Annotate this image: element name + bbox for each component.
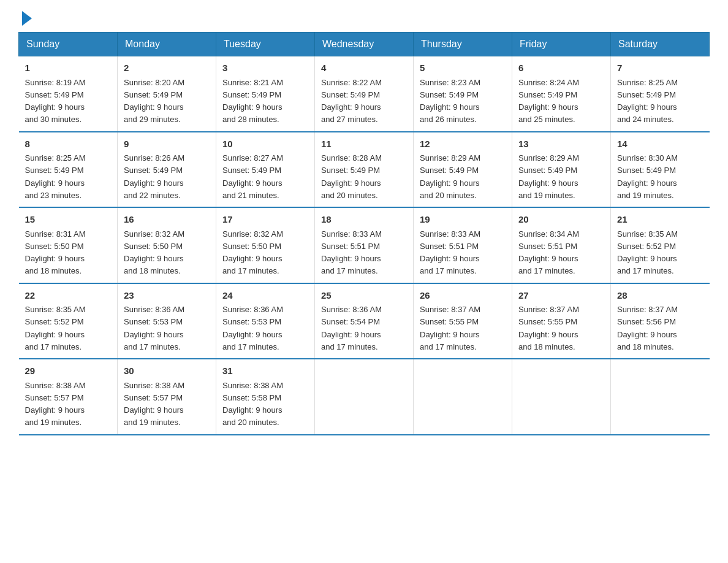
calendar-day-cell: 8 Sunrise: 8:25 AMSunset: 5:49 PMDayligh… bbox=[19, 132, 118, 208]
calendar-day-cell: 15 Sunrise: 8:31 AMSunset: 5:50 PMDaylig… bbox=[19, 207, 118, 283]
days-of-week-row: SundayMondayTuesdayWednesdayThursdayFrid… bbox=[19, 33, 710, 56]
day-info: Sunrise: 8:34 AMSunset: 5:51 PMDaylight:… bbox=[518, 229, 579, 276]
day-number: 10 bbox=[222, 137, 308, 151]
day-info: Sunrise: 8:37 AMSunset: 5:55 PMDaylight:… bbox=[420, 305, 480, 351]
day-info: Sunrise: 8:25 AMSunset: 5:49 PMDaylight:… bbox=[617, 78, 678, 124]
calendar-day-cell: 9 Sunrise: 8:26 AMSunset: 5:49 PMDayligh… bbox=[118, 132, 216, 208]
calendar-day-cell: 12 Sunrise: 8:29 AMSunset: 5:49 PMDaylig… bbox=[414, 132, 512, 208]
calendar-week-row: 29 Sunrise: 8:38 AMSunset: 5:57 PMDaylig… bbox=[19, 359, 710, 435]
day-number: 6 bbox=[518, 61, 604, 75]
calendar-day-cell bbox=[512, 359, 611, 435]
day-of-week-header: Wednesday bbox=[315, 33, 414, 56]
day-number: 18 bbox=[321, 213, 407, 227]
calendar-day-cell: 5 Sunrise: 8:23 AMSunset: 5:49 PMDayligh… bbox=[414, 56, 512, 132]
calendar-day-cell: 30 Sunrise: 8:38 AMSunset: 5:57 PMDaylig… bbox=[118, 359, 216, 435]
calendar-week-row: 15 Sunrise: 8:31 AMSunset: 5:50 PMDaylig… bbox=[19, 207, 710, 283]
calendar-day-cell: 13 Sunrise: 8:29 AMSunset: 5:49 PMDaylig… bbox=[512, 132, 611, 208]
day-info: Sunrise: 8:28 AMSunset: 5:49 PMDaylight:… bbox=[321, 153, 382, 200]
calendar-day-cell: 4 Sunrise: 8:22 AMSunset: 5:49 PMDayligh… bbox=[315, 56, 414, 132]
calendar-day-cell bbox=[414, 359, 512, 435]
day-number: 29 bbox=[25, 364, 112, 378]
calendar-day-cell: 21 Sunrise: 8:35 AMSunset: 5:52 PMDaylig… bbox=[611, 207, 710, 283]
calendar-day-cell: 10 Sunrise: 8:27 AMSunset: 5:49 PMDaylig… bbox=[216, 132, 315, 208]
day-info: Sunrise: 8:38 AMSunset: 5:57 PMDaylight:… bbox=[124, 381, 184, 427]
day-number: 12 bbox=[420, 137, 506, 151]
day-number: 31 bbox=[222, 364, 308, 378]
day-info: Sunrise: 8:27 AMSunset: 5:49 PMDaylight:… bbox=[222, 153, 283, 200]
day-number: 3 bbox=[222, 61, 308, 75]
day-info: Sunrise: 8:25 AMSunset: 5:49 PMDaylight:… bbox=[25, 153, 86, 200]
calendar-day-cell bbox=[611, 359, 710, 435]
day-of-week-header: Friday bbox=[512, 33, 611, 56]
day-of-week-header: Saturday bbox=[611, 33, 710, 56]
day-info: Sunrise: 8:33 AMSunset: 5:51 PMDaylight:… bbox=[321, 229, 382, 276]
logo bbox=[18, 12, 32, 26]
day-of-week-header: Sunday bbox=[19, 33, 118, 56]
day-number: 16 bbox=[124, 213, 210, 227]
day-info: Sunrise: 8:38 AMSunset: 5:58 PMDaylight:… bbox=[222, 381, 283, 427]
day-number: 4 bbox=[321, 61, 407, 75]
day-of-week-header: Monday bbox=[118, 33, 216, 56]
day-of-week-header: Tuesday bbox=[216, 33, 315, 56]
day-number: 13 bbox=[518, 137, 604, 151]
day-number: 15 bbox=[25, 213, 112, 227]
day-info: Sunrise: 8:29 AMSunset: 5:49 PMDaylight:… bbox=[420, 153, 480, 200]
calendar-body: 1 Sunrise: 8:19 AMSunset: 5:49 PMDayligh… bbox=[19, 56, 710, 435]
day-info: Sunrise: 8:20 AMSunset: 5:49 PMDaylight:… bbox=[124, 78, 184, 124]
calendar-day-cell: 22 Sunrise: 8:35 AMSunset: 5:52 PMDaylig… bbox=[19, 283, 118, 359]
day-of-week-header: Thursday bbox=[414, 33, 512, 56]
day-info: Sunrise: 8:37 AMSunset: 5:56 PMDaylight:… bbox=[617, 305, 678, 351]
calendar-week-row: 1 Sunrise: 8:19 AMSunset: 5:49 PMDayligh… bbox=[19, 56, 710, 132]
day-number: 9 bbox=[124, 137, 210, 151]
calendar-day-cell: 11 Sunrise: 8:28 AMSunset: 5:49 PMDaylig… bbox=[315, 132, 414, 208]
day-info: Sunrise: 8:21 AMSunset: 5:49 PMDaylight:… bbox=[222, 78, 283, 124]
day-info: Sunrise: 8:19 AMSunset: 5:49 PMDaylight:… bbox=[25, 78, 86, 124]
calendar-day-cell: 17 Sunrise: 8:32 AMSunset: 5:50 PMDaylig… bbox=[216, 207, 315, 283]
calendar-day-cell: 31 Sunrise: 8:38 AMSunset: 5:58 PMDaylig… bbox=[216, 359, 315, 435]
calendar-header: SundayMondayTuesdayWednesdayThursdayFrid… bbox=[19, 33, 710, 56]
calendar-day-cell: 2 Sunrise: 8:20 AMSunset: 5:49 PMDayligh… bbox=[118, 56, 216, 132]
day-number: 1 bbox=[25, 61, 112, 75]
day-number: 14 bbox=[617, 137, 703, 151]
day-number: 22 bbox=[25, 289, 112, 303]
calendar-day-cell bbox=[315, 359, 414, 435]
day-number: 27 bbox=[518, 289, 604, 303]
calendar-day-cell: 27 Sunrise: 8:37 AMSunset: 5:55 PMDaylig… bbox=[512, 283, 611, 359]
calendar-day-cell: 20 Sunrise: 8:34 AMSunset: 5:51 PMDaylig… bbox=[512, 207, 611, 283]
day-info: Sunrise: 8:36 AMSunset: 5:53 PMDaylight:… bbox=[222, 305, 283, 351]
calendar-day-cell: 23 Sunrise: 8:36 AMSunset: 5:53 PMDaylig… bbox=[118, 283, 216, 359]
day-info: Sunrise: 8:37 AMSunset: 5:55 PMDaylight:… bbox=[518, 305, 579, 351]
day-info: Sunrise: 8:36 AMSunset: 5:53 PMDaylight:… bbox=[124, 305, 184, 351]
calendar-day-cell: 19 Sunrise: 8:33 AMSunset: 5:51 PMDaylig… bbox=[414, 207, 512, 283]
calendar-day-cell: 16 Sunrise: 8:32 AMSunset: 5:50 PMDaylig… bbox=[118, 207, 216, 283]
day-number: 21 bbox=[617, 213, 703, 227]
day-number: 26 bbox=[420, 289, 506, 303]
calendar-day-cell: 18 Sunrise: 8:33 AMSunset: 5:51 PMDaylig… bbox=[315, 207, 414, 283]
page-header bbox=[18, 12, 710, 26]
day-number: 11 bbox=[321, 137, 407, 151]
day-number: 23 bbox=[124, 289, 210, 303]
day-number: 5 bbox=[420, 61, 506, 75]
day-info: Sunrise: 8:33 AMSunset: 5:51 PMDaylight:… bbox=[420, 229, 480, 276]
day-number: 19 bbox=[420, 213, 506, 227]
calendar-day-cell: 28 Sunrise: 8:37 AMSunset: 5:56 PMDaylig… bbox=[611, 283, 710, 359]
day-number: 7 bbox=[617, 61, 703, 75]
day-info: Sunrise: 8:26 AMSunset: 5:49 PMDaylight:… bbox=[124, 153, 184, 200]
day-info: Sunrise: 8:35 AMSunset: 5:52 PMDaylight:… bbox=[617, 229, 678, 276]
day-info: Sunrise: 8:38 AMSunset: 5:57 PMDaylight:… bbox=[25, 381, 86, 427]
day-info: Sunrise: 8:30 AMSunset: 5:49 PMDaylight:… bbox=[617, 153, 678, 200]
day-number: 20 bbox=[518, 213, 604, 227]
day-info: Sunrise: 8:32 AMSunset: 5:50 PMDaylight:… bbox=[124, 229, 184, 276]
day-number: 25 bbox=[321, 289, 407, 303]
calendar-week-row: 8 Sunrise: 8:25 AMSunset: 5:49 PMDayligh… bbox=[19, 132, 710, 208]
day-number: 2 bbox=[124, 61, 210, 75]
calendar-day-cell: 25 Sunrise: 8:36 AMSunset: 5:54 PMDaylig… bbox=[315, 283, 414, 359]
day-number: 28 bbox=[617, 289, 703, 303]
day-info: Sunrise: 8:32 AMSunset: 5:50 PMDaylight:… bbox=[222, 229, 283, 276]
calendar-table: SundayMondayTuesdayWednesdayThursdayFrid… bbox=[18, 32, 710, 435]
day-info: Sunrise: 8:35 AMSunset: 5:52 PMDaylight:… bbox=[25, 305, 86, 351]
calendar-day-cell: 7 Sunrise: 8:25 AMSunset: 5:49 PMDayligh… bbox=[611, 56, 710, 132]
calendar-day-cell: 26 Sunrise: 8:37 AMSunset: 5:55 PMDaylig… bbox=[414, 283, 512, 359]
calendar-day-cell: 1 Sunrise: 8:19 AMSunset: 5:49 PMDayligh… bbox=[19, 56, 118, 132]
calendar-day-cell: 14 Sunrise: 8:30 AMSunset: 5:49 PMDaylig… bbox=[611, 132, 710, 208]
